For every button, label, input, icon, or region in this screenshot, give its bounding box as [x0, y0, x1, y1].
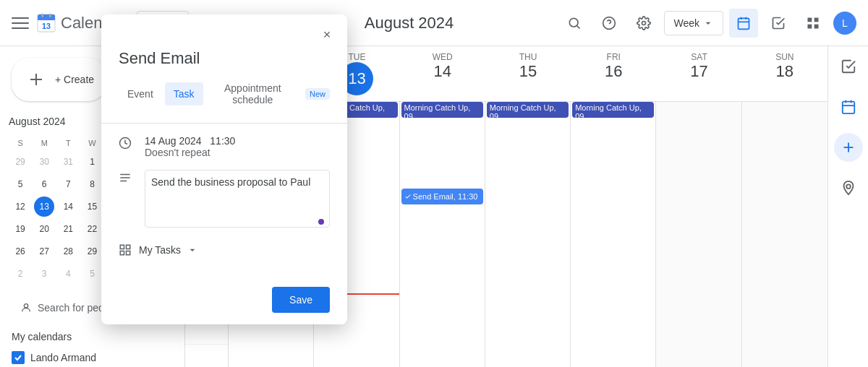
mini-cal-day[interactable]: 15: [82, 197, 102, 217]
calendar-lando[interactable]: Lando Armand: [12, 348, 173, 367]
svg-rect-17: [808, 24, 812, 28]
modal-tab-event[interactable]: Event: [119, 82, 162, 105]
mini-cal-title: August 2024: [9, 116, 66, 127]
notes-icon: [119, 171, 133, 186]
search-people-icon: [20, 302, 32, 314]
tasks-icon[interactable]: [764, 9, 793, 38]
modal-header: ×: [101, 14, 347, 46]
mini-cal-day[interactable]: 4: [58, 264, 78, 284]
save-button[interactable]: Save: [272, 287, 330, 313]
header-icons: Week L: [560, 9, 856, 38]
mini-cal-day[interactable]: 20: [34, 219, 54, 239]
apps-icon[interactable]: [799, 9, 827, 38]
right-tasks-icon[interactable]: [834, 52, 863, 81]
help-icon[interactable]: [595, 9, 624, 38]
create-plus-icon: [23, 66, 49, 92]
svg-rect-4: [41, 13, 43, 17]
svg-point-29: [846, 184, 851, 188]
modal-date-value: 14 Aug 2024: [145, 135, 202, 147]
event-send-email-wed[interactable]: Send Email, 11:30: [401, 189, 483, 204]
svg-point-6: [570, 18, 579, 27]
day-num-sat[interactable]: 17: [656, 62, 741, 81]
mini-cal-day[interactable]: 1: [82, 152, 102, 172]
mini-cal-day[interactable]: 29: [82, 241, 102, 262]
mini-cal-day[interactable]: 14: [58, 197, 78, 217]
svg-rect-16: [814, 17, 819, 22]
mini-cal-day[interactable]: 5: [10, 174, 30, 194]
mini-cal-day[interactable]: 29: [10, 152, 30, 172]
event-morning-wed[interactable]: Morning Catch Up, 09: [401, 102, 483, 118]
modal-tasks-row: My Tasks: [119, 242, 330, 258]
create-button[interactable]: + Create: [12, 58, 106, 101]
day-name-fri: FRI: [571, 52, 656, 62]
mini-cal-today[interactable]: 13: [34, 197, 54, 217]
mini-cal-day[interactable]: 12: [10, 197, 30, 217]
modal-title: Send Email: [101, 46, 347, 77]
mini-cal-day[interactable]: 5: [82, 264, 102, 284]
event-morning-fri[interactable]: Morning Catch Up, 09: [572, 102, 654, 118]
notes-indicator: [318, 219, 324, 225]
mini-cal-day[interactable]: 28: [58, 241, 78, 262]
day-num-wed[interactable]: 14: [400, 62, 485, 81]
day-num-thu[interactable]: 15: [485, 62, 571, 81]
lando-checkbox[interactable]: [12, 351, 25, 364]
mini-cal-day[interactable]: 26: [10, 241, 30, 262]
mini-cal-day[interactable]: 6: [34, 174, 54, 194]
mini-cal-day[interactable]: 27: [34, 241, 54, 262]
calendar-lando-label: Lando Armand: [30, 352, 96, 363]
svg-point-10: [642, 21, 646, 25]
mini-cal-day[interactable]: 22: [82, 219, 102, 239]
event-morning-thu[interactable]: Morning Catch Up, 09: [487, 102, 569, 118]
svg-rect-2: [38, 17, 55, 20]
new-badge: New: [305, 88, 330, 100]
modal-tab-task[interactable]: Task: [165, 82, 203, 105]
modal-body: 14 Aug 2024 11:30 Doesn't repeat: [101, 124, 347, 281]
mini-cal-day[interactable]: 31: [58, 152, 78, 172]
search-icon[interactable]: [560, 9, 589, 38]
svg-rect-34: [120, 245, 124, 249]
mini-cal-day[interactable]: 8: [82, 174, 102, 194]
tasklist-dropdown-icon: [187, 244, 198, 256]
modal-tabs: Event Task Appointment schedule New: [101, 77, 347, 124]
tasklist-icon: [119, 243, 133, 258]
modal-date: 14 Aug 2024 11:30: [145, 135, 235, 147]
day-name-thu: THU: [485, 52, 571, 62]
right-maps-icon[interactable]: [834, 173, 863, 202]
week-dropdown[interactable]: Week: [664, 11, 723, 35]
modal-close-button[interactable]: ×: [315, 23, 339, 46]
day-name-wed: WED: [400, 52, 485, 62]
mini-cal-day[interactable]: 21: [58, 219, 78, 239]
send-email-modal: × Send Email Event Task Appointment sche…: [101, 14, 347, 324]
time-slot: [185, 345, 229, 367]
mini-cal-day[interactable]: 2: [10, 264, 30, 284]
notes-input[interactable]: [145, 170, 330, 228]
svg-rect-11: [739, 18, 749, 29]
svg-point-22: [24, 304, 27, 308]
modal-notes-row: [119, 170, 330, 230]
mini-cal-day[interactable]: 7: [58, 174, 78, 194]
modal-date-time-info: 14 Aug 2024 11:30 Doesn't repeat: [145, 135, 235, 158]
mini-cal-day[interactable]: 19: [10, 219, 30, 239]
right-calendar-icon[interactable]: [834, 92, 863, 121]
modal-tab-appointment[interactable]: Appointment schedule: [206, 77, 299, 111]
day-col-fri: Morning Catch Up, 09 Afternoon Catch Up,…: [571, 102, 656, 367]
hamburger-menu[interactable]: [12, 14, 29, 32]
day-num-sun[interactable]: 18: [742, 62, 827, 81]
create-label: + Create: [55, 74, 94, 85]
avatar[interactable]: L: [833, 12, 856, 35]
my-calendars-title: My calendars: [12, 331, 173, 342]
mini-cal-dow-s: S: [9, 136, 32, 150]
svg-text:13: 13: [42, 22, 51, 30]
my-calendars-section: My calendars Lando Armand Premier League…: [0, 325, 184, 367]
mini-cal-day[interactable]: 3: [34, 264, 54, 284]
mini-cal-day[interactable]: 30: [34, 152, 54, 172]
calendar-view-icon[interactable]: [729, 9, 758, 38]
svg-rect-23: [842, 102, 854, 114]
settings-icon[interactable]: [629, 9, 658, 38]
day-num-fri[interactable]: 16: [571, 62, 656, 81]
svg-rect-15: [808, 17, 812, 22]
modal-repeat: Doesn't repeat: [145, 147, 235, 158]
right-add-icon[interactable]: [834, 133, 863, 162]
svg-line-7: [577, 25, 580, 28]
mini-cal-dow-m: M: [33, 136, 56, 150]
